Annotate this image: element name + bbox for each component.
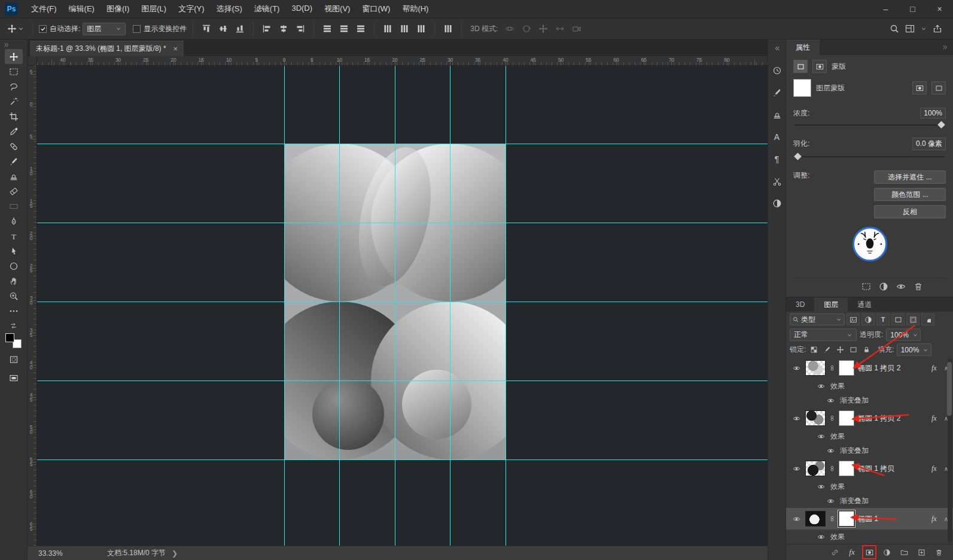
layer-row[interactable]: 椭圆 1 拷贝 2 fx ∧ (786, 357, 953, 379)
fill-dropdown[interactable]: 100% (897, 343, 931, 356)
lock-pixels-icon[interactable] (821, 345, 832, 355)
layer-mask-thumbnail[interactable] (839, 410, 854, 426)
panel-icon-clone-source[interactable] (771, 108, 784, 121)
panel-icon-styles[interactable] (771, 197, 784, 210)
zoom-level[interactable]: 33.33% (38, 549, 74, 558)
visibility-toggle[interactable] (791, 465, 802, 473)
distribute-bottom-button[interactable] (354, 22, 368, 36)
menu-file[interactable]: 文件(F) (25, 4, 63, 14)
visibility-toggle[interactable] (816, 533, 826, 541)
menu-type[interactable]: 文字(Y) (172, 4, 210, 14)
visibility-toggle[interactable] (791, 415, 802, 422)
new-layer-icon[interactable] (915, 546, 927, 558)
filter-smart-object-icon[interactable] (906, 314, 919, 325)
layer-row-selected[interactable]: 椭圆 1 fx ∧ (786, 508, 953, 529)
lock-all-icon[interactable] (861, 345, 872, 355)
canvas[interactable] (37, 66, 768, 546)
tool-quick-selection[interactable] (5, 94, 23, 109)
layer-name[interactable]: 椭圆 1 拷贝 2 (858, 413, 927, 424)
delete-layer-icon[interactable] (933, 546, 945, 558)
photoshop-logo[interactable]: Ps (5, 2, 18, 16)
3d-camera-icon[interactable] (570, 22, 584, 36)
panel-icon-history[interactable] (771, 64, 784, 77)
pixel-mask-button[interactable] (793, 60, 808, 73)
density-slider-knob[interactable] (937, 121, 945, 129)
mask-link-icon[interactable] (829, 415, 835, 421)
align-right-button[interactable] (293, 22, 307, 36)
feather-slider-knob[interactable] (794, 153, 802, 160)
gradient-overlay-row[interactable]: 渐变叠加 (786, 443, 953, 458)
layer-fx-badge[interactable]: fx (930, 364, 938, 373)
maximize-button[interactable]: □ (899, 0, 926, 18)
menu-edit[interactable]: 编辑(E) (63, 4, 101, 14)
layer-row[interactable]: 椭圆 1 拷贝 2 fx ∧ (786, 407, 953, 429)
distribute-horizontal-center-button[interactable] (397, 22, 412, 36)
screen-mode-button[interactable] (5, 370, 23, 385)
ruler-corner[interactable] (28, 56, 37, 66)
invert-button[interactable]: 反相 (874, 205, 946, 218)
mask-link-icon[interactable] (829, 465, 835, 471)
3d-pan-icon[interactable] (536, 22, 550, 36)
align-left-button[interactable] (260, 22, 274, 36)
lock-position-icon[interactable] (835, 345, 845, 355)
3d-orbit-icon[interactable] (503, 22, 517, 36)
filter-adjustment-layers-icon[interactable] (861, 314, 875, 325)
effects-row[interactable]: 效果 (786, 529, 953, 544)
opacity-dropdown[interactable]: 100% (886, 328, 921, 341)
status-chevron-icon[interactable]: ❯ (172, 549, 178, 558)
adjustment-layer-icon[interactable] (881, 546, 893, 558)
menu-layer[interactable]: 图层(L) (135, 4, 172, 14)
align-top-button[interactable] (199, 22, 214, 36)
tool-eyedropper[interactable] (5, 124, 23, 139)
visibility-toggle[interactable] (791, 364, 802, 372)
menu-3d[interactable]: 3D(D) (285, 4, 318, 14)
layer-thumbnail[interactable] (805, 410, 826, 426)
feather-slider[interactable] (794, 153, 945, 161)
tool-eraser[interactable] (5, 184, 23, 199)
panel-icon-paragraph[interactable]: ¶ (771, 153, 784, 166)
panel-icon-character[interactable]: A (771, 130, 784, 144)
foreground-color-chip[interactable] (5, 333, 14, 342)
gradient-overlay-row[interactable]: 渐变叠加 (786, 494, 953, 508)
align-vertical-center-button[interactable] (216, 22, 230, 36)
edit-toolbar-icon[interactable] (5, 303, 23, 318)
delete-mask-icon[interactable] (914, 282, 923, 291)
menu-help[interactable]: 帮助(H) (396, 4, 434, 14)
distribute-vertical-center-button[interactable] (337, 22, 351, 36)
distribute-spacing-horizontal-button[interactable] (441, 22, 455, 36)
layer-fx-badge[interactable]: fx (930, 515, 938, 524)
show-transform-checkbox[interactable]: 显示变换控件 (133, 24, 187, 34)
tool-preset-picker[interactable] (5, 24, 26, 34)
new-group-icon[interactable] (898, 546, 910, 558)
tab-3d[interactable]: 3D (786, 297, 814, 312)
visibility-toggle[interactable] (826, 447, 835, 455)
tool-brush[interactable] (5, 154, 23, 169)
filter-toggle-icon[interactable] (921, 314, 934, 325)
visibility-toggle[interactable] (816, 483, 826, 491)
tab-channels[interactable]: 通道 (848, 297, 881, 312)
layer-name[interactable]: 椭圆 1 (858, 514, 927, 524)
lock-transparency-icon[interactable] (808, 345, 819, 355)
share-icon[interactable] (933, 24, 942, 34)
color-range-button[interactable]: 颜色范围 ... (874, 188, 946, 201)
density-slider[interactable] (794, 121, 945, 129)
workspace-icon[interactable] (905, 24, 915, 34)
filter-type-layers-icon[interactable]: T (876, 314, 890, 325)
effects-row[interactable]: 效果 (786, 429, 953, 443)
layer-row[interactable]: 椭圆 1 拷贝 fx ∧ (786, 458, 953, 479)
visibility-toggle[interactable] (816, 433, 826, 440)
minimize-button[interactable]: – (872, 0, 899, 18)
filter-shape-layers-icon[interactable] (891, 314, 905, 325)
tool-clone-stamp[interactable] (5, 169, 23, 184)
layer-mask-thumbnail[interactable] (839, 461, 854, 476)
distribute-left-button[interactable] (380, 22, 395, 36)
tool-rectangular-marquee[interactable] (5, 64, 23, 79)
select-mask-button[interactable] (912, 81, 927, 95)
quick-mask-button[interactable] (5, 352, 23, 367)
feather-value[interactable]: 0.0 像素 (912, 138, 946, 150)
tool-type[interactable] (5, 229, 23, 244)
effects-row[interactable]: 效果 (786, 479, 953, 494)
tool-ellipse-shape[interactable] (5, 258, 23, 273)
tool-hand[interactable] (5, 273, 23, 288)
expand-panels-icon[interactable] (771, 42, 784, 55)
